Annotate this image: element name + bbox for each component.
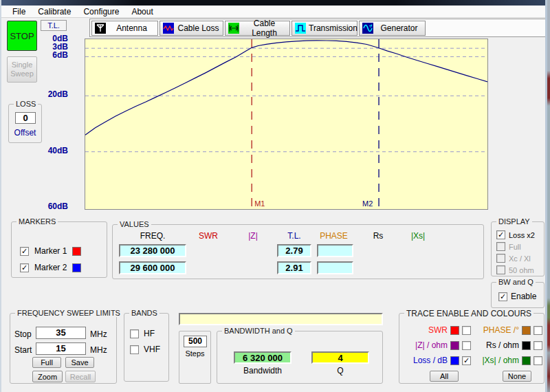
y-tick-20dB: 20dB [48, 90, 68, 99]
marker2-color-swatch[interactable] [72, 263, 81, 272]
fifty-ohm-checkbox[interactable] [496, 265, 505, 274]
generator-mode-button[interactable]: Generator [359, 21, 426, 36]
xcxl-checkbox[interactable] [496, 254, 505, 263]
trace-group: TRACE ENABLE AND COLOURS SWR PHASE /° |Z… [399, 313, 544, 384]
save-sweep-button[interactable]: Save [65, 357, 94, 368]
antenna-icon [95, 23, 106, 34]
values-group-title: VALUES [118, 220, 151, 228]
vhf-band-checkbox[interactable] [130, 345, 139, 354]
y-axis-scale: 0dB3dB6dB20dB40dB60dB [39, 39, 68, 210]
full-sweep-button[interactable]: Full [32, 357, 61, 368]
y-tick-60dB: 60dB [48, 202, 68, 211]
title-bar [1, 0, 549, 6]
trace-xs-checkbox[interactable] [534, 356, 542, 365]
trace-rs-checkbox[interactable] [534, 341, 542, 350]
trace-none-button[interactable]: None [503, 371, 531, 382]
trace-all-button[interactable]: All [430, 371, 459, 382]
vhf-band-label: VHF [144, 345, 160, 354]
trace-phase-checkbox[interactable] [534, 326, 542, 335]
values-header-rs: Rs [364, 231, 392, 241]
trace-z-swatch[interactable] [450, 341, 459, 350]
markers-group-title: MARKERS [16, 217, 58, 226]
recall-sweep-button[interactable]: Recall [65, 371, 96, 382]
antenna-mode-button[interactable]: Antenna [91, 21, 158, 36]
cable-loss-mode-label: Cable Loss [177, 23, 220, 33]
trace-loss-checkbox[interactable]: ✓ [462, 356, 471, 365]
menu-calibrate[interactable]: Calibrate [32, 6, 76, 17]
trace-rs-label: Rs / ohm [486, 340, 519, 350]
marker1-checkbox[interactable]: ✓ [20, 247, 29, 256]
menu-file[interactable]: File [7, 6, 31, 17]
generator-icon [362, 23, 373, 34]
display-group-title: DISPLAY [496, 217, 532, 226]
marker2-row: ✓ Marker 2 [20, 263, 81, 272]
trace-phase-row: PHASE /° [472, 325, 542, 335]
desktop-background-sliver [547, 0, 550, 392]
values-group: VALUES FREQ. SWR |Z| T.L. PHASE Rs |Xs| … [112, 224, 484, 279]
stop-freq-unit: MHz [90, 329, 107, 339]
sweep-plot-canvas: M1M2 [85, 39, 487, 209]
loss-group: LOSS 0 Offset [8, 104, 42, 143]
steps-input[interactable]: 500 [184, 336, 207, 347]
sweep-plot[interactable]: M1M2 [85, 39, 488, 210]
lossx2-checkbox[interactable]: ✓ [496, 230, 505, 239]
full-display-label: Full [509, 243, 521, 251]
trace-phase-label: PHASE /° [483, 325, 519, 335]
steps-box: 500 Steps [179, 331, 211, 384]
marker1-freq-value: 23 280 000 [119, 244, 186, 257]
values-header-tl: T.L. [277, 231, 311, 241]
marker2-label: Marker 2 [34, 263, 67, 272]
single-sweep-line1: Single [12, 61, 33, 69]
marker1-label: Marker 1 [34, 246, 67, 256]
stop-button[interactable]: STOP [7, 21, 37, 51]
marker1-color-swatch[interactable] [72, 247, 81, 256]
values-header-z: |Z| [239, 231, 267, 241]
fifty-ohm-label: 50 ohm [509, 266, 534, 274]
menu-about[interactable]: About [126, 6, 158, 17]
status-note-field[interactable] [179, 313, 383, 325]
display-xcxl-row: Xc / Xl [496, 254, 531, 263]
lossx2-label: Loss x2 [509, 231, 535, 239]
trace-swr-swatch[interactable] [450, 326, 459, 335]
zoom-sweep-button[interactable]: Zoom [32, 371, 63, 382]
y-tick-6dB: 6dB [52, 51, 68, 60]
bwq-enable-checkbox[interactable]: ✓ [498, 292, 507, 301]
stop-freq-input[interactable]: 35 [36, 327, 86, 339]
cable-loss-mode-button[interactable]: Cable Loss [160, 21, 223, 36]
trace-swr-checkbox[interactable] [462, 326, 471, 335]
bwq-enable-row: ✓ Enable [498, 292, 536, 301]
trace-rs-row: Rs / ohm [472, 340, 542, 350]
menu-configure[interactable]: Configure [78, 6, 124, 17]
trace-group-title: TRACE ENABLE AND COLOURS [404, 309, 534, 318]
trace-loss-swatch[interactable] [450, 356, 459, 365]
marker2-checkbox[interactable]: ✓ [20, 263, 29, 272]
trace-z-row: |Z| / ohm [402, 340, 471, 350]
transmission-mode-button[interactable]: Transmission [292, 21, 358, 36]
xcxl-label: Xc / Xl [509, 254, 531, 263]
loss-offset-input[interactable]: 0 [15, 112, 36, 124]
cable-length-icon [228, 23, 239, 34]
trace-xs-swatch[interactable] [522, 356, 531, 365]
single-sweep-button[interactable]: Single Sweep [7, 56, 37, 83]
trace-xs-row: |Xs| / ohm [472, 356, 542, 365]
loss-group-title: LOSS [14, 100, 38, 108]
hf-band-checkbox[interactable] [130, 329, 139, 338]
marker2-tl-value: 2.91 [277, 261, 311, 274]
start-freq-input[interactable]: 15 [36, 342, 86, 355]
display-lossx2-row: ✓ Loss x2 [496, 230, 535, 239]
mode-toolbar: Antenna Cable Loss Cable Length Transmis… [89, 19, 546, 37]
cable-length-mode-button[interactable]: Cable Length [225, 21, 290, 36]
marker1-tl-value: 2.79 [277, 244, 311, 257]
trace-swr-row: SWR [402, 325, 471, 335]
hf-band-label: HF [144, 329, 155, 338]
cable-length-mode-label: Cable Length [242, 19, 287, 38]
tl-scale-label: T.L. [41, 20, 67, 31]
trace-rs-swatch[interactable] [522, 341, 531, 350]
full-display-checkbox[interactable] [496, 242, 505, 251]
cable-loss-icon [163, 23, 174, 34]
bands-group-title: BANDS [129, 309, 160, 317]
trace-z-checkbox[interactable] [462, 341, 471, 350]
values-header-swr: SWR [195, 231, 222, 241]
trace-phase-swatch[interactable] [522, 326, 531, 335]
app-window: File Calibrate Configure About STOP T.L.… [0, 0, 547, 392]
